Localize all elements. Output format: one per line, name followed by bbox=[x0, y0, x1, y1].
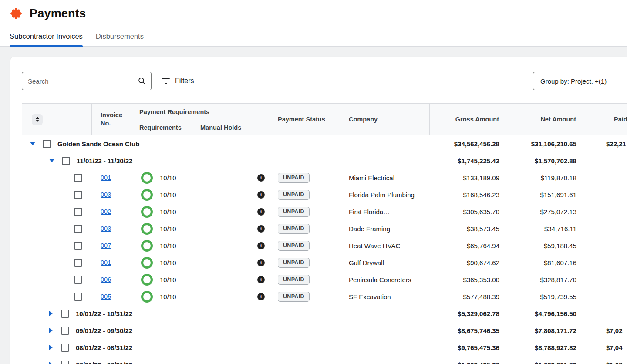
month-checkbox[interactable] bbox=[61, 361, 69, 364]
month-checkbox[interactable] bbox=[61, 344, 69, 352]
expand-arrow-icon[interactable] bbox=[49, 345, 53, 350]
requirements-progress-icon bbox=[141, 206, 153, 218]
group-by-button[interactable]: Group by: Project, +(1) bbox=[533, 72, 627, 90]
project-paid-amount: $22,21 bbox=[584, 135, 627, 152]
manual-holds-cell bbox=[192, 254, 253, 271]
row-checkbox[interactable] bbox=[74, 293, 82, 301]
net-amount: $34,716.11 bbox=[507, 220, 584, 237]
info-icon[interactable] bbox=[257, 225, 265, 233]
row-checkbox[interactable] bbox=[74, 242, 82, 250]
expand-arrow-icon[interactable] bbox=[49, 311, 53, 316]
month-gross-amount: $1,745,225.42 bbox=[430, 152, 507, 169]
header-invoice-no: Invoice No. bbox=[92, 104, 131, 135]
company-name: Heat Wave HVAC bbox=[342, 237, 430, 254]
row-checkbox[interactable] bbox=[74, 174, 82, 182]
invoice-number-link[interactable]: 007 bbox=[101, 242, 111, 249]
paid-amount bbox=[584, 186, 627, 203]
row-checkbox[interactable] bbox=[74, 259, 82, 267]
invoice-number-link[interactable]: 001 bbox=[101, 259, 111, 266]
info-icon[interactable] bbox=[257, 276, 265, 283]
month-gross-amount: $5,329,062.78 bbox=[430, 305, 507, 322]
month-paid-amount bbox=[584, 305, 627, 322]
month-paid-amount: $7,04 bbox=[584, 339, 627, 356]
requirements-count: 10/10 bbox=[160, 293, 176, 300]
month-group-row: 07/01/22 - 07/31/22 $1,203,435.36 $1,083… bbox=[22, 356, 627, 364]
search-box[interactable] bbox=[22, 72, 152, 90]
header-spacer bbox=[253, 120, 269, 135]
company-name: Gulf Drywall bbox=[342, 254, 430, 271]
sort-up-icon bbox=[36, 117, 39, 119]
status-badge: UNPAID bbox=[278, 224, 310, 234]
row-checkbox[interactable] bbox=[74, 191, 82, 199]
collapse-arrow-icon[interactable] bbox=[30, 142, 35, 145]
row-checkbox[interactable] bbox=[74, 276, 82, 284]
header-payment-requirements: Payment Requirements bbox=[131, 104, 269, 120]
info-icon[interactable] bbox=[257, 174, 265, 182]
company-name: First Florida… bbox=[342, 203, 430, 220]
expand-arrow-icon[interactable] bbox=[49, 362, 53, 364]
company-name: Dade Framing bbox=[342, 220, 430, 237]
month-label: 07/01/22 - 07/31/22 bbox=[76, 361, 132, 364]
invoice-row: 006 10/10 UNPAID Peninsula Concreters $3… bbox=[22, 271, 627, 288]
tab-bar: Subcontractor Invoices Disbursements bbox=[0, 27, 627, 47]
requirements-count: 10/10 bbox=[160, 276, 176, 283]
net-amount: $275,072.13 bbox=[507, 203, 584, 220]
month-group-row: 11/01/22 - 11/30/22 $1,745,225.42 $1,570… bbox=[22, 152, 627, 169]
row-checkbox[interactable] bbox=[74, 225, 82, 233]
invoice-number-link[interactable]: 001 bbox=[101, 174, 111, 181]
month-net-amount: $7,808,171.72 bbox=[507, 322, 584, 339]
requirements-progress-icon bbox=[141, 291, 153, 303]
invoice-number-link[interactable]: 006 bbox=[101, 276, 111, 283]
month-gross-amount: $8,675,746.35 bbox=[430, 322, 507, 339]
paid-amount bbox=[584, 271, 627, 288]
invoice-row: 003 10/10 UNPAID Dade Framing $38,573.45… bbox=[22, 220, 627, 237]
tab-subcontractor-invoices[interactable]: Subcontractor Invoices bbox=[10, 32, 83, 46]
header-paid: Paid bbox=[584, 104, 627, 135]
net-amount: $151,691.61 bbox=[507, 186, 584, 203]
status-badge: UNPAID bbox=[278, 207, 310, 217]
month-checkbox[interactable] bbox=[61, 327, 69, 335]
info-icon[interactable] bbox=[257, 191, 265, 199]
top-bar: Payments bbox=[0, 0, 627, 27]
header-manual-holds: Manual Holds bbox=[192, 120, 253, 135]
gross-amount: $90,674.62 bbox=[430, 254, 507, 271]
search-input[interactable] bbox=[22, 72, 152, 90]
paid-amount bbox=[584, 254, 627, 271]
gross-amount: $168,546.23 bbox=[430, 186, 507, 203]
sort-down-icon bbox=[36, 120, 39, 122]
tab-disbursements[interactable]: Disbursements bbox=[96, 32, 144, 46]
month-checkbox[interactable] bbox=[61, 310, 69, 318]
project-net-amount: $31,106,210.65 bbox=[507, 135, 584, 152]
month-gross-amount: $1,203,435.36 bbox=[430, 356, 507, 364]
filters-button[interactable]: Filters bbox=[162, 77, 194, 85]
info-icon[interactable] bbox=[257, 293, 265, 300]
requirements-progress-icon bbox=[141, 257, 153, 269]
month-paid-amount bbox=[584, 152, 627, 169]
invoices-card: Filters Group by: Project, +(1) Invoice … bbox=[10, 57, 627, 364]
invoice-number-link[interactable]: 003 bbox=[101, 191, 111, 198]
info-icon[interactable] bbox=[257, 208, 265, 216]
invoice-number-link[interactable]: 002 bbox=[101, 208, 111, 215]
invoice-row: 003 10/10 UNPAID Florida Palm Plumbing $… bbox=[22, 186, 627, 203]
row-checkbox[interactable] bbox=[74, 208, 82, 216]
collapse-arrow-icon[interactable] bbox=[49, 159, 54, 162]
project-checkbox[interactable] bbox=[43, 140, 51, 148]
page-title: Payments bbox=[30, 7, 86, 20]
month-label: 11/01/22 - 11/30/22 bbox=[77, 157, 132, 165]
month-checkbox[interactable] bbox=[62, 157, 70, 165]
requirements-count: 10/10 bbox=[160, 242, 176, 249]
info-icon[interactable] bbox=[257, 259, 265, 266]
sort-button[interactable] bbox=[32, 114, 43, 125]
month-paid-amount: $7,02 bbox=[584, 322, 627, 339]
expand-arrow-icon[interactable] bbox=[49, 328, 53, 333]
invoice-number-link[interactable]: 005 bbox=[101, 293, 111, 300]
gross-amount: $305,635.70 bbox=[430, 203, 507, 220]
month-group-row: 08/01/22 - 08/31/22 $9,765,475.36 $8,788… bbox=[22, 339, 627, 356]
project-name: Golden Sands Ocean Club bbox=[57, 140, 139, 148]
toolbar: Filters Group by: Project, +(1) bbox=[22, 72, 627, 90]
project-group-row: Golden Sands Ocean Club $34,562,456.28 $… bbox=[22, 135, 627, 152]
header-payment-status: Payment Status bbox=[269, 104, 342, 135]
info-icon[interactable] bbox=[257, 242, 265, 249]
invoice-number-link[interactable]: 003 bbox=[101, 225, 111, 232]
header-gross-amount: Gross Amount bbox=[430, 104, 507, 135]
